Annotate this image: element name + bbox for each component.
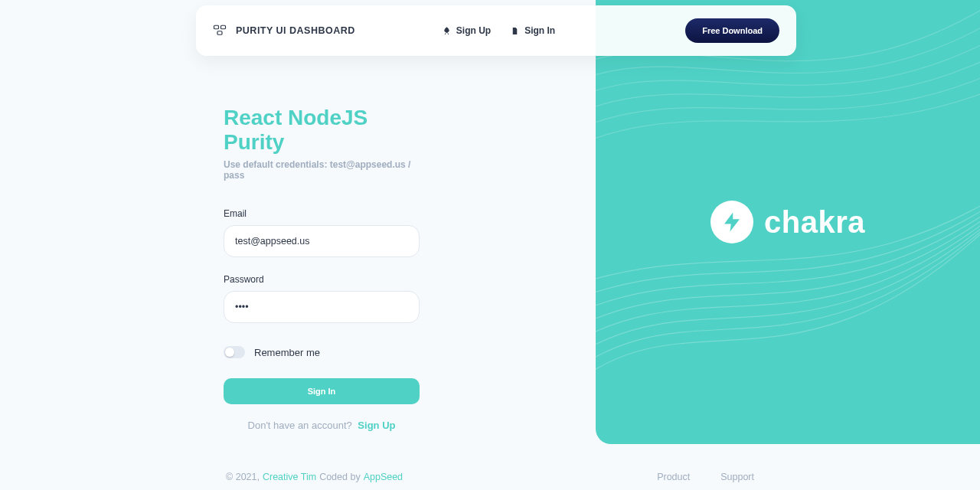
footer-appseed-link[interactable]: AppSeed [364,472,403,482]
signin-form: React NodeJS Purity Use default credenti… [224,106,423,431]
nav-signin[interactable]: Sign In [511,25,555,36]
email-input[interactable] [224,225,420,257]
nav-signup[interactable]: Sign Up [443,25,491,36]
brand: PURITY UI DASHBOARD [213,24,355,38]
footer-creative-tim-link[interactable]: Creative Tim [263,472,316,482]
top-navbar: PURITY UI DASHBOARD Sign Up Sign In Free… [196,5,796,56]
signup-link[interactable]: Sign Up [358,420,395,431]
lightning-icon [710,201,753,243]
page-title: React NodeJS Purity [224,106,423,155]
svg-rect-2 [217,31,222,35]
brand-text: PURITY UI DASHBOARD [236,25,355,36]
free-download-button[interactable]: Free Download [685,18,779,43]
footer-product-link[interactable]: Product [657,472,690,482]
signup-prompt: Don't have an account? Sign Up [224,420,420,431]
footer-support-link[interactable]: Support [720,472,754,482]
nav-signup-label: Sign Up [456,25,491,36]
page-subtitle: Use default credentials: test@appseed.us… [224,159,423,181]
chakra-wordmark: chakra [764,205,865,240]
svg-rect-0 [214,25,219,29]
svg-rect-1 [221,25,226,29]
copyright-prefix: © 2021, [226,472,260,482]
signup-prompt-text: Don't have an account? [248,420,352,431]
document-icon [511,27,519,35]
rocket-icon [443,27,451,35]
hero-panel: chakra [596,0,980,444]
chakra-logo: chakra [710,201,865,243]
footer-coded-by: Coded by [319,472,361,482]
brand-icon [213,24,227,38]
signin-button[interactable]: Sign In [224,378,420,404]
password-label: Password [224,274,423,285]
nav-signin-label: Sign In [524,25,555,36]
remember-me-toggle[interactable] [224,346,245,358]
email-label: Email [224,208,423,219]
remember-me-label: Remember me [254,347,320,358]
footer: © 2021, Creative Tim Coded by AppSeed Pr… [226,472,754,482]
password-input[interactable] [224,291,420,323]
